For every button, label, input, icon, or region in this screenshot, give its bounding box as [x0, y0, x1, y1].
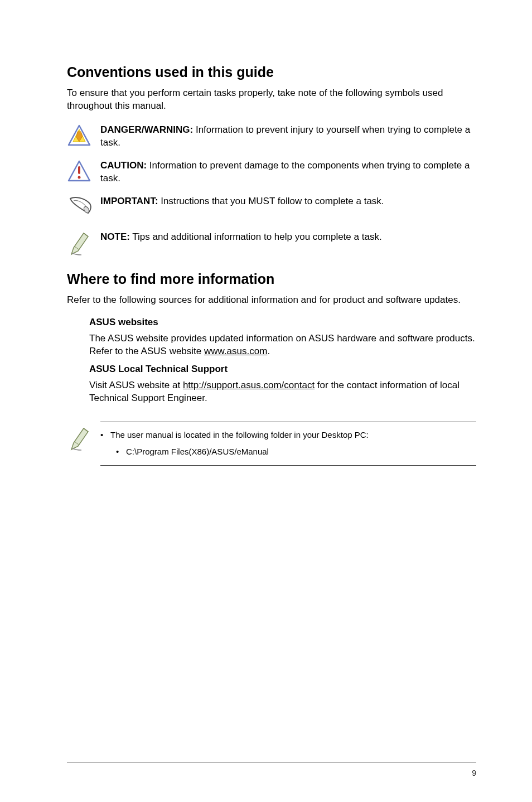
convention-caution-desc: Information to prevent damage to the com…	[100, 160, 470, 183]
convention-caution-label: CAUTION:	[100, 160, 147, 171]
convention-note: NOTE: Tips and additional information to…	[67, 230, 476, 261]
convention-note-label: NOTE:	[100, 231, 130, 242]
emanual-note-line2-text: C:\Program Files(X86)/ASUS/eManual	[126, 446, 269, 458]
emanual-note-line2: • C:\Program Files(X86)/ASUS/eManual	[100, 446, 476, 458]
section-heading-where: Where to find more information	[67, 271, 476, 287]
convention-important-desc: Instructions that you MUST follow to com…	[158, 196, 384, 206]
note-icon	[67, 230, 100, 258]
emanual-note-content: • The user manual is located in the foll…	[100, 422, 476, 466]
danger-warning-icon	[67, 123, 100, 148]
convention-caution-text: CAUTION: Information to prevent damage t…	[100, 158, 476, 185]
emanual-note-box: • The user manual is located in the foll…	[67, 422, 476, 466]
section-intro-where: Refer to the following sources for addit…	[67, 294, 476, 307]
convention-important-text: IMPORTANT: Instructions that you MUST fo…	[100, 194, 384, 208]
asus-websites-heading: ASUS websites	[89, 317, 476, 328]
convention-important-label: IMPORTANT:	[100, 196, 158, 206]
asus-websites-text-before: The ASUS website provides updated inform…	[89, 333, 475, 356]
emanual-note-line1-text: The user manual is located in the follow…	[110, 429, 369, 442]
info-sources-block: ASUS websites The ASUS website provides …	[67, 317, 476, 405]
caution-icon	[67, 158, 100, 184]
section-intro-conventions: To ensure that you perform certain tasks…	[67, 87, 476, 113]
svg-rect-3	[78, 166, 80, 174]
bullet-icon: •	[100, 429, 110, 442]
convention-important: IMPORTANT: Instructions that you MUST fo…	[67, 194, 476, 225]
convention-danger-text: DANGER/WARNING: Information to prevent i…	[100, 123, 476, 149]
section-heading-conventions: Conventions used in this guide	[67, 64, 476, 80]
convention-danger-label: DANGER/WARNING:	[100, 124, 193, 135]
important-icon	[67, 194, 100, 218]
footer-rule	[67, 762, 476, 763]
bullet-icon: •	[116, 446, 126, 458]
convention-note-text: NOTE: Tips and additional information to…	[100, 230, 382, 244]
section-where-to-find: Where to find more information Refer to …	[67, 271, 476, 466]
asus-website-link[interactable]: www.asus.com	[204, 346, 267, 356]
convention-note-desc: Tips and additional information to help …	[130, 231, 382, 242]
page-number: 9	[472, 769, 476, 777]
note-pencil-icon	[67, 422, 100, 453]
convention-danger-warning: DANGER/WARNING: Information to prevent i…	[67, 123, 476, 154]
asus-support-heading: ASUS Local Technical Support	[89, 364, 476, 375]
document-page: Conventions used in this guide To ensure…	[0, 0, 532, 466]
asus-websites-text: The ASUS website provides updated inform…	[89, 332, 476, 358]
asus-support-text: Visit ASUS website at http://support.asu…	[89, 379, 476, 405]
asus-websites-text-after: .	[267, 346, 270, 356]
emanual-note-line1: • The user manual is located in the foll…	[100, 429, 476, 442]
asus-support-text-before: Visit ASUS website at	[89, 380, 183, 390]
asus-support-link[interactable]: http://support.asus.com/contact	[183, 380, 315, 390]
convention-caution: CAUTION: Information to prevent damage t…	[67, 158, 476, 190]
svg-point-4	[78, 176, 81, 178]
